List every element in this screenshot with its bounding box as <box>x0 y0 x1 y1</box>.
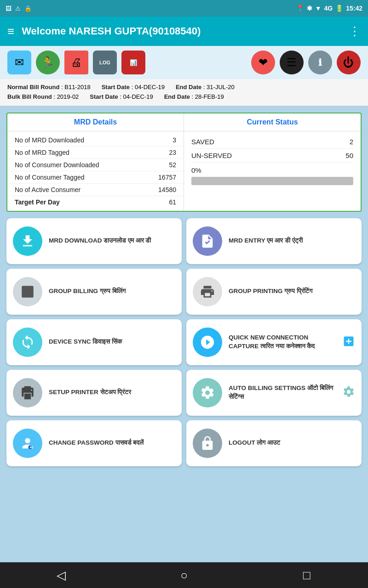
device-sync-icon <box>13 328 42 357</box>
mrd-download-button[interactable]: MRD DOWNLOAD डाउनलोड एम आर डी <box>6 218 182 264</box>
setup-printer-label: SETUP PRINTER सेटअप प्रिंटर <box>49 388 131 397</box>
mrd-left-column: No of MRD Downloaded 3 No of MRD Tagged … <box>7 131 184 211</box>
progress-label: 0% <box>191 166 353 174</box>
home-button[interactable]: ○ <box>170 566 198 584</box>
run-toolbar-button[interactable]: 🏃 <box>36 51 60 74</box>
status-bar-right-icons: 📍 ✱ ▼ 4G 🔋 15:42 <box>296 5 362 12</box>
info-toolbar-button[interactable]: ℹ <box>308 51 332 74</box>
logout-button[interactable]: LOGOUT लोग आउट <box>186 420 362 466</box>
mrd-right-column: SAVED 2 UN-SERVED 50 0% <box>184 131 361 211</box>
lock-icon: 🔒 <box>24 5 32 12</box>
auto-billing-button[interactable]: AUTO BILLING SETTINGS ऑटो बिलिंग सेटिंग्… <box>186 370 362 416</box>
back-button[interactable]: ◁ <box>47 566 75 584</box>
heart-toolbar-button[interactable]: ❤ <box>251 51 275 74</box>
bulk-start-value: : 04-DEC-19 <box>120 93 153 100</box>
mrd-table: MRD Details Current Status No of MRD Dow… <box>6 113 362 212</box>
email-toolbar-button[interactable]: ✉ <box>7 51 31 74</box>
unserved-value: 50 <box>345 152 353 159</box>
quick-connection-icon <box>193 328 222 357</box>
power-toolbar-button[interactable]: ⏻ <box>337 51 361 74</box>
more-options-button[interactable]: ⋮ <box>349 24 361 39</box>
quick-connection-plus-icon <box>342 335 355 348</box>
logout-icon <box>193 429 222 458</box>
normal-start-value: : 04-DEC-19 <box>132 84 165 90</box>
setup-printer-button[interactable]: SETUP PRINTER सेटअप प्रिंटर <box>6 370 182 416</box>
status-bar: 🖼 ⚠ 🔒 📍 ✱ ▼ 4G 🔋 15:42 <box>0 0 368 17</box>
bulk-bill-round-label: Bulk Bill Round <box>7 93 52 100</box>
bulk-end-value: : 28-FEB-19 <box>192 93 224 100</box>
bulk-end-label: End Date <box>164 93 190 100</box>
hamburger-menu-button[interactable]: ≡ <box>7 24 14 39</box>
group-billing-icon <box>13 277 42 306</box>
time-display: 15:42 <box>346 5 362 12</box>
table-row-target: Target Per Day 61 <box>7 196 184 208</box>
bulk-bill-round-value: : 2019-02 <box>53 93 79 100</box>
group-printing-icon <box>193 277 222 306</box>
mrd-entry-label: MRD ENTRY एम आर डी एंट्री <box>229 237 303 245</box>
saved-value: 2 <box>350 138 353 146</box>
icon-toolbar: ✉ 🏃 🖨 LOG 📊 ❤ ☰ ℹ ⏻ <box>0 46 368 79</box>
device-sync-button[interactable]: DEVICE SYNC डिवाइस सिंक <box>6 319 182 365</box>
bulk-start-label: Start Date <box>90 93 118 100</box>
table-row: No of Active Consumer 14580 <box>7 184 184 196</box>
app-bar-title: Welcome NARESH GUPTA(90108540) <box>22 25 341 37</box>
saved-label: SAVED <box>191 138 214 146</box>
mrd-download-label: MRD DOWNLOAD डाउनलोड एम आर डी <box>49 237 151 245</box>
auto-billing-gear-icon <box>342 385 355 398</box>
report-toolbar-button[interactable]: 📊 <box>121 51 145 74</box>
mrd-table-header: MRD Details Current Status <box>7 113 361 131</box>
normal-end-label: End Date <box>176 84 201 90</box>
app-bar: ≡ Welcome NARESH GUPTA(90108540) ⋮ <box>0 17 368 46</box>
mrd-entry-button[interactable]: MRD ENTRY एम आर डी एंट्री <box>186 218 362 264</box>
setup-printer-icon <box>13 378 42 407</box>
status-bar-left-icons: 🖼 ⚠ 🔒 <box>6 5 32 12</box>
group-billing-label: GROUP BILLING ग्रुप बिलिंग <box>49 287 126 296</box>
actions-grid: MRD DOWNLOAD डाउनलोड एम आर डी MRD ENTRY … <box>6 218 362 466</box>
signal-label: 4G <box>324 5 333 12</box>
normal-bill-round-value: : B11-2018 <box>61 84 91 90</box>
quick-connection-label: QUICK NEW CONNECTION CAPTURE त्वरित नया … <box>229 334 336 351</box>
status-unserved-row: UN-SERVED 50 <box>191 149 353 163</box>
current-status-header: Current Status <box>184 113 361 131</box>
wifi-icon: ▼ <box>315 5 322 12</box>
table-row: No of Consumer Tagged 16757 <box>7 171 184 184</box>
location-icon: 📍 <box>296 5 304 12</box>
bluetooth-icon: ✱ <box>307 5 312 12</box>
navigation-bar: ◁ ○ □ <box>0 562 368 588</box>
device-sync-label: DEVICE SYNC डिवाइस सिंक <box>49 338 122 346</box>
mrd-download-icon <box>13 226 42 256</box>
log-toolbar-button[interactable]: LOG <box>93 51 117 74</box>
logout-label: LOGOUT लोग आउट <box>229 439 280 447</box>
image-icon: 🖼 <box>6 5 12 12</box>
normal-bill-round-label: Normal Bill Round <box>7 84 59 90</box>
auto-billing-icon <box>193 378 222 407</box>
warning-icon: ⚠ <box>15 5 21 12</box>
mrd-entry-icon <box>193 226 222 256</box>
bill-info-section: Normal Bill Round : B11-2018 Start Date … <box>0 79 368 106</box>
change-password-icon <box>13 429 42 458</box>
group-printing-button[interactable]: GROUP PRINTING ग्रुप प्रिंटिंग <box>186 269 362 315</box>
progress-bar-background <box>191 177 353 185</box>
group-printing-label: GROUP PRINTING ग्रुप प्रिंटिंग <box>229 287 312 296</box>
mrd-details-header: MRD Details <box>7 113 184 131</box>
print-toolbar-button[interactable]: 🖨 <box>64 51 88 74</box>
normal-end-value: : 31-JUL-20 <box>203 84 235 90</box>
change-password-button[interactable]: CHANGE PASSWORD पासवर्ड बदलें <box>6 420 182 466</box>
auto-billing-label: AUTO BILLING SETTINGS ऑटो बिलिंग सेटिंग्… <box>229 384 336 401</box>
change-password-label: CHANGE PASSWORD पासवर्ड बदलें <box>49 439 144 447</box>
status-saved-row: SAVED 2 <box>191 135 353 149</box>
mrd-table-body: No of MRD Downloaded 3 No of MRD Tagged … <box>7 131 361 211</box>
progress-section: 0% <box>191 166 353 185</box>
group-billing-button[interactable]: GROUP BILLING ग्रुप बिलिंग <box>6 269 182 315</box>
recent-apps-button[interactable]: □ <box>293 566 321 584</box>
table-row: No of MRD Downloaded 3 <box>7 134 184 147</box>
table-row: No of MRD Tagged 23 <box>7 147 184 159</box>
unserved-label: UN-SERVED <box>191 152 232 159</box>
quick-connection-button[interactable]: QUICK NEW CONNECTION CAPTURE त्वरित नया … <box>186 319 362 365</box>
menu-toolbar-button[interactable]: ☰ <box>280 51 304 74</box>
table-row: No of Consumer Downloaded 52 <box>7 159 184 171</box>
battery-icon: 🔋 <box>335 5 343 12</box>
normal-start-label: Start Date <box>102 84 130 90</box>
